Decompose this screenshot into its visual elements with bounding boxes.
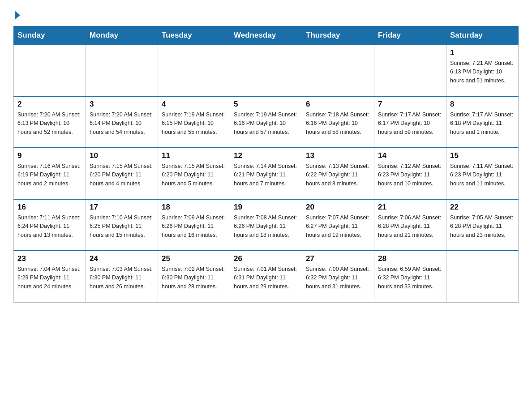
day-number: 23 — [17, 254, 82, 263]
day-number: 8 — [450, 100, 515, 109]
calendar-cell: 23Sunrise: 7:04 AM Sunset: 6:29 PM Dayli… — [14, 251, 86, 302]
day-info: Sunrise: 7:09 AM Sunset: 6:26 PM Dayligh… — [162, 214, 226, 240]
day-of-week-header: Friday — [374, 26, 446, 45]
calendar-cell — [158, 45, 230, 96]
day-of-week-header: Thursday — [302, 26, 374, 45]
day-number: 5 — [234, 100, 298, 109]
calendar-cell: 21Sunrise: 7:06 AM Sunset: 6:28 PM Dayli… — [374, 199, 446, 251]
day-number: 21 — [378, 203, 442, 212]
calendar-week-row: 23Sunrise: 7:04 AM Sunset: 6:29 PM Dayli… — [14, 251, 519, 302]
calendar-cell: 8Sunrise: 7:17 AM Sunset: 6:18 PM Daylig… — [446, 96, 519, 148]
calendar-cell — [230, 45, 302, 96]
day-of-week-header: Saturday — [446, 26, 519, 45]
day-number: 19 — [234, 203, 298, 212]
day-number: 26 — [234, 254, 298, 263]
day-info: Sunrise: 7:15 AM Sunset: 6:20 PM Dayligh… — [90, 162, 154, 188]
calendar-week-row: 1Sunrise: 7:21 AM Sunset: 6:13 PM Daylig… — [14, 45, 519, 96]
day-number: 4 — [162, 100, 226, 109]
day-number: 18 — [162, 203, 226, 212]
day-number: 10 — [90, 151, 154, 160]
day-info: Sunrise: 7:04 AM Sunset: 6:29 PM Dayligh… — [17, 265, 82, 291]
calendar-cell: 19Sunrise: 7:08 AM Sunset: 6:26 PM Dayli… — [230, 199, 302, 251]
calendar-cell: 22Sunrise: 7:05 AM Sunset: 6:28 PM Dayli… — [446, 199, 519, 251]
day-number: 13 — [306, 151, 370, 160]
day-number: 12 — [234, 151, 298, 160]
calendar-cell: 25Sunrise: 7:02 AM Sunset: 6:30 PM Dayli… — [158, 251, 230, 302]
day-info: Sunrise: 7:14 AM Sunset: 6:21 PM Dayligh… — [234, 162, 298, 188]
calendar-week-row: 16Sunrise: 7:11 AM Sunset: 6:24 PM Dayli… — [14, 199, 519, 251]
day-of-week-header: Monday — [86, 26, 158, 45]
calendar-cell: 20Sunrise: 7:07 AM Sunset: 6:27 PM Dayli… — [302, 199, 374, 251]
calendar-cell: 11Sunrise: 7:15 AM Sunset: 6:20 PM Dayli… — [158, 148, 230, 199]
day-info: Sunrise: 7:11 AM Sunset: 6:23 PM Dayligh… — [450, 162, 515, 188]
day-info: Sunrise: 7:19 AM Sunset: 6:16 PM Dayligh… — [234, 111, 298, 137]
day-info: Sunrise: 6:59 AM Sunset: 6:32 PM Dayligh… — [378, 265, 442, 291]
day-of-week-header: Wednesday — [230, 26, 302, 45]
calendar-cell: 27Sunrise: 7:00 AM Sunset: 6:32 PM Dayli… — [302, 251, 374, 302]
calendar-cell: 6Sunrise: 7:18 AM Sunset: 6:16 PM Daylig… — [302, 96, 374, 148]
day-info: Sunrise: 7:02 AM Sunset: 6:30 PM Dayligh… — [162, 265, 226, 291]
calendar-week-row: 9Sunrise: 7:16 AM Sunset: 6:19 PM Daylig… — [14, 148, 519, 199]
day-number: 27 — [306, 254, 370, 263]
day-number: 6 — [306, 100, 370, 109]
day-number: 7 — [378, 100, 442, 109]
day-number: 24 — [90, 254, 154, 263]
day-of-week-header: Tuesday — [158, 26, 230, 45]
day-info: Sunrise: 7:15 AM Sunset: 6:20 PM Dayligh… — [162, 162, 226, 188]
day-info: Sunrise: 7:16 AM Sunset: 6:19 PM Dayligh… — [17, 162, 82, 188]
calendar-cell: 14Sunrise: 7:12 AM Sunset: 6:23 PM Dayli… — [374, 148, 446, 199]
calendar-cell: 13Sunrise: 7:13 AM Sunset: 6:22 PM Dayli… — [302, 148, 374, 199]
day-number: 14 — [378, 151, 442, 160]
calendar-cell: 10Sunrise: 7:15 AM Sunset: 6:20 PM Dayli… — [86, 148, 158, 199]
day-info: Sunrise: 7:03 AM Sunset: 6:30 PM Dayligh… — [90, 265, 154, 291]
day-number: 15 — [450, 151, 515, 160]
day-info: Sunrise: 7:12 AM Sunset: 6:23 PM Dayligh… — [378, 162, 442, 188]
page-header — [13, 9, 519, 18]
calendar-cell: 3Sunrise: 7:20 AM Sunset: 6:14 PM Daylig… — [86, 96, 158, 148]
logo-arrow-icon — [15, 11, 20, 20]
calendar-cell: 26Sunrise: 7:01 AM Sunset: 6:31 PM Dayli… — [230, 251, 302, 302]
day-of-week-header: Sunday — [14, 26, 86, 45]
day-info: Sunrise: 7:19 AM Sunset: 6:15 PM Dayligh… — [162, 111, 226, 137]
day-info: Sunrise: 7:20 AM Sunset: 6:13 PM Dayligh… — [17, 111, 82, 137]
calendar-cell: 24Sunrise: 7:03 AM Sunset: 6:30 PM Dayli… — [86, 251, 158, 302]
calendar-cell: 9Sunrise: 7:16 AM Sunset: 6:19 PM Daylig… — [14, 148, 86, 199]
calendar-cell: 17Sunrise: 7:10 AM Sunset: 6:25 PM Dayli… — [86, 199, 158, 251]
calendar-cell — [374, 45, 446, 96]
day-number: 22 — [450, 203, 515, 212]
day-number: 20 — [306, 203, 370, 212]
day-info: Sunrise: 7:08 AM Sunset: 6:26 PM Dayligh… — [234, 214, 298, 240]
day-info: Sunrise: 7:17 AM Sunset: 6:17 PM Dayligh… — [378, 111, 442, 137]
day-number: 1 — [450, 48, 515, 57]
day-info: Sunrise: 7:11 AM Sunset: 6:24 PM Dayligh… — [17, 214, 82, 240]
day-number: 25 — [162, 254, 226, 263]
calendar-cell: 1Sunrise: 7:21 AM Sunset: 6:13 PM Daylig… — [446, 45, 519, 96]
calendar-cell: 15Sunrise: 7:11 AM Sunset: 6:23 PM Dayli… — [446, 148, 519, 199]
calendar-cell — [302, 45, 374, 96]
day-number: 17 — [90, 203, 154, 212]
calendar-cell: 7Sunrise: 7:17 AM Sunset: 6:17 PM Daylig… — [374, 96, 446, 148]
calendar-header-row: SundayMondayTuesdayWednesdayThursdayFrid… — [14, 26, 519, 45]
day-info: Sunrise: 7:06 AM Sunset: 6:28 PM Dayligh… — [378, 214, 442, 240]
day-number: 11 — [162, 151, 226, 160]
calendar-cell: 18Sunrise: 7:09 AM Sunset: 6:26 PM Dayli… — [158, 199, 230, 251]
day-number: 2 — [17, 100, 82, 109]
calendar-cell — [14, 45, 86, 96]
day-number: 3 — [90, 100, 154, 109]
calendar-cell: 12Sunrise: 7:14 AM Sunset: 6:21 PM Dayli… — [230, 148, 302, 199]
day-number: 9 — [17, 151, 82, 160]
day-number: 16 — [17, 203, 82, 212]
calendar-cell: 5Sunrise: 7:19 AM Sunset: 6:16 PM Daylig… — [230, 96, 302, 148]
calendar-cell — [86, 45, 158, 96]
calendar-cell: 28Sunrise: 6:59 AM Sunset: 6:32 PM Dayli… — [374, 251, 446, 302]
calendar-week-row: 2Sunrise: 7:20 AM Sunset: 6:13 PM Daylig… — [14, 96, 519, 148]
calendar-table: SundayMondayTuesdayWednesdayThursdayFrid… — [13, 26, 519, 303]
logo — [13, 9, 20, 18]
day-info: Sunrise: 7:00 AM Sunset: 6:32 PM Dayligh… — [306, 265, 370, 291]
calendar-cell: 16Sunrise: 7:11 AM Sunset: 6:24 PM Dayli… — [14, 199, 86, 251]
day-info: Sunrise: 7:10 AM Sunset: 6:25 PM Dayligh… — [90, 214, 154, 240]
day-info: Sunrise: 7:21 AM Sunset: 6:13 PM Dayligh… — [450, 59, 515, 85]
day-info: Sunrise: 7:01 AM Sunset: 6:31 PM Dayligh… — [234, 265, 298, 291]
day-info: Sunrise: 7:18 AM Sunset: 6:16 PM Dayligh… — [306, 111, 370, 137]
calendar-cell: 4Sunrise: 7:19 AM Sunset: 6:15 PM Daylig… — [158, 96, 230, 148]
